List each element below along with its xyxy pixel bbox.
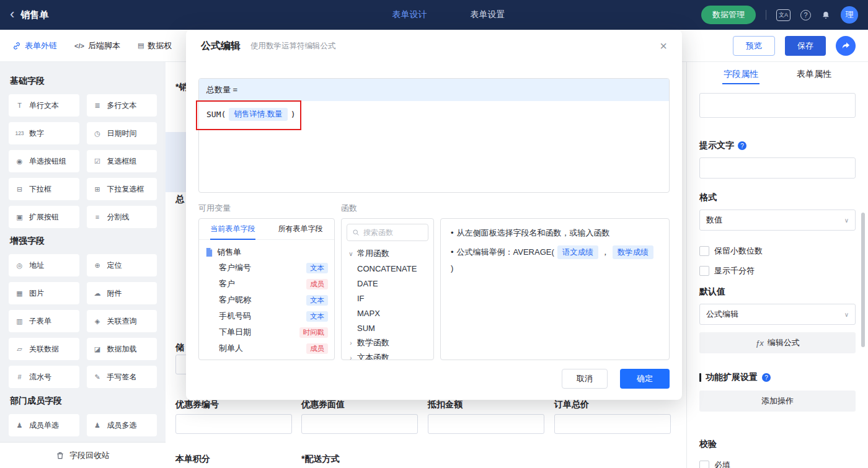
field-label: 分割线 [107, 212, 130, 223]
sidebar-item-datetime[interactable]: ◷日期时间 [87, 122, 157, 144]
toolbar-item-external-link[interactable]: 表单外链 [12, 40, 57, 51]
subform-icon: ▥ [14, 317, 25, 325]
cancel-button[interactable]: 取消 [562, 369, 608, 389]
sidebar-item-signature[interactable]: ✎手写签名 [87, 366, 157, 388]
group-common-functions[interactable]: ∨ 常用函数 [348, 246, 427, 261]
hint-text-input[interactable] [699, 157, 856, 179]
field-grid-basic: T单行文本 ≣多行文本 123数字 ◷日期时间 ◉单选按钮组 ☑复选框组 ⊟下拉… [9, 94, 157, 228]
sidebar-item-attachment[interactable]: ☁附件 [87, 282, 157, 304]
coupon-value-input[interactable] [301, 414, 418, 434]
function-date[interactable]: DATE [348, 276, 427, 291]
bullet-icon: • [451, 246, 454, 258]
sidebar-item-checkbox-group[interactable]: ☑复选框组 [87, 150, 157, 172]
function-mapx[interactable]: MAPX [348, 306, 427, 320]
toolbar-item-data-permission[interactable]: ▤ 数据权 [138, 40, 172, 51]
avatar[interactable]: 理 [841, 6, 858, 24]
sidebar-item-related-query[interactable]: ◈关联查询 [87, 310, 157, 332]
member-single-icon: ♟ [14, 422, 25, 430]
help-column: • 从左侧面板选择字段名和函数，或输入函数 • 公式编辑举例：AVERAGE( … [440, 203, 670, 360]
bell-icon[interactable] [821, 10, 831, 20]
formula-field-chip[interactable]: 销售详情.数量 [229, 108, 287, 121]
sidebar-item-member-multi[interactable]: ♟成员多选 [87, 414, 157, 436]
field-grid-enhanced: ◎地址 ⊕定位 ▦图片 ☁附件 ▥子表单 ◈关联查询 ▱关联数据 ◪数据加载 #… [9, 254, 157, 388]
function-search-input[interactable] [363, 228, 419, 237]
thousand-separator-checkbox[interactable]: 显示千分符 [699, 265, 856, 276]
variable-row-order-maker[interactable]: 制单人成员 [205, 340, 328, 356]
group-text-functions[interactable]: › 文本函数 [348, 350, 427, 360]
sidebar-item-extend-button[interactable]: ▣扩展按钮 [9, 206, 79, 228]
function-concatenate[interactable]: CONCATENATE [348, 261, 427, 276]
variable-row-customer-number[interactable]: 客户编号文本 [205, 260, 328, 276]
variable-row-phone[interactable]: 手机号码文本 [205, 308, 328, 324]
sidebar-item-divider-line[interactable]: ≡分割线 [87, 206, 157, 228]
radio-group-icon: ◉ [14, 157, 25, 166]
toolbar-item-label: 数据权 [148, 40, 172, 51]
order-total-input[interactable] [554, 414, 671, 434]
sidebar-item-number[interactable]: 123数字 [9, 122, 79, 144]
sidebar-item-related-data[interactable]: ▱关联数据 [9, 338, 79, 360]
translate-icon[interactable]: 文A [776, 9, 790, 21]
field-recycle-bin[interactable]: 字段回收站 [0, 442, 166, 468]
keep-decimal-checkbox[interactable]: 保留小数位数 [699, 245, 856, 257]
group-math-functions[interactable]: › 数学函数 [348, 335, 427, 350]
order-total-label: 订单总价 [554, 399, 589, 410]
tab-field-properties[interactable]: 字段属性 [722, 63, 760, 84]
sidebar-item-multi-line-text[interactable]: ≣多行文本 [87, 94, 157, 117]
formula-expression[interactable]: SUM( 销售详情.数量 ) [199, 101, 669, 128]
tab-current-form-fields[interactable]: 当前表单字段 [199, 219, 267, 239]
scrollbar[interactable] [861, 213, 865, 347]
variable-row-customer-nickname[interactable]: 客户昵称文本 [205, 292, 328, 308]
sidebar-item-single-line-text[interactable]: T单行文本 [9, 94, 79, 117]
question-circle-icon[interactable]: ? [738, 141, 746, 150]
properties-panel: 字段属性 表单属性 提示文字 ? 格式 数值 ∨ 保留小数位数 显示千分符 [686, 62, 868, 468]
coupon-number-input[interactable] [175, 414, 292, 434]
variable-row-order-date[interactable]: 下单日期时间戳 [205, 324, 328, 340]
close-icon[interactable]: × [660, 40, 667, 52]
link-icon [12, 42, 21, 50]
tab-form-settings[interactable]: 表单设置 [470, 9, 505, 20]
tree-root-sales-order[interactable]: 销售单 [205, 245, 328, 260]
variable-name: 客户 [219, 278, 235, 289]
format-select[interactable]: 数值 ∨ [699, 210, 856, 231]
default-value-select[interactable]: 公式编辑 ∨ [699, 304, 856, 325]
section-bar [699, 373, 701, 382]
edit-formula-button[interactable]: ƒx 编辑公式 [699, 332, 856, 353]
data-manage-button[interactable]: 数据管理 [701, 6, 756, 24]
sidebar-item-subform[interactable]: ▥子表单 [9, 310, 79, 332]
question-circle-icon[interactable]: ? [762, 373, 771, 382]
checkbox-group-icon: ☑ [92, 157, 103, 166]
sidebar-item-address[interactable]: ◎地址 [9, 254, 79, 276]
page-title: 销售单 [20, 9, 48, 21]
required-checkbox[interactable]: 必填 [699, 460, 856, 468]
sidebar-item-radio-group[interactable]: ◉单选按钮组 [9, 150, 79, 172]
function-search[interactable] [347, 224, 428, 241]
props-top-input[interactable] [699, 93, 856, 118]
tab-form-properties[interactable]: 表单属性 [795, 63, 833, 84]
variable-name: 手机号码 [219, 311, 251, 322]
confirm-button[interactable]: 确定 [620, 369, 670, 389]
save-button[interactable]: 保存 [785, 36, 826, 56]
function-if[interactable]: IF [348, 291, 427, 306]
preview-button[interactable]: 预览 [733, 36, 775, 56]
sidebar-item-member-single[interactable]: ♟成员单选 [9, 414, 79, 436]
tab-form-design[interactable]: 表单设计 [392, 9, 427, 20]
sidebar-item-image[interactable]: ▦图片 [9, 282, 79, 304]
variable-row-customer[interactable]: 客户成员 [205, 276, 328, 292]
multi-dropdown-icon: ⊞ [92, 185, 103, 193]
share-button[interactable] [836, 36, 856, 56]
toolbar-item-backend-script[interactable]: </> 后端脚本 [74, 40, 120, 51]
validation-title: 校验 [699, 439, 856, 450]
add-action-button[interactable]: 添加操作 [699, 391, 856, 412]
sidebar-item-dropdown[interactable]: ⊟下拉框 [9, 178, 79, 200]
back-icon[interactable]: ‹ [10, 7, 14, 21]
formula-target: 总数量 = [199, 79, 669, 101]
tab-all-form-fields[interactable]: 所有表单字段 [267, 219, 334, 239]
sidebar-item-serial-number[interactable]: #流水号 [9, 366, 79, 388]
formula-editor[interactable]: 总数量 = SUM( 销售详情.数量 ) [198, 78, 670, 193]
help-icon[interactable]: ? [800, 10, 811, 20]
sidebar-item-location[interactable]: ⊕定位 [87, 254, 157, 276]
function-sum[interactable]: SUM [348, 320, 427, 335]
sidebar-item-data-load[interactable]: ◪数据加载 [87, 338, 157, 360]
sidebar-item-multi-dropdown[interactable]: ⊞下拉复选框 [87, 178, 157, 200]
deduction-amount-input[interactable] [428, 414, 544, 434]
